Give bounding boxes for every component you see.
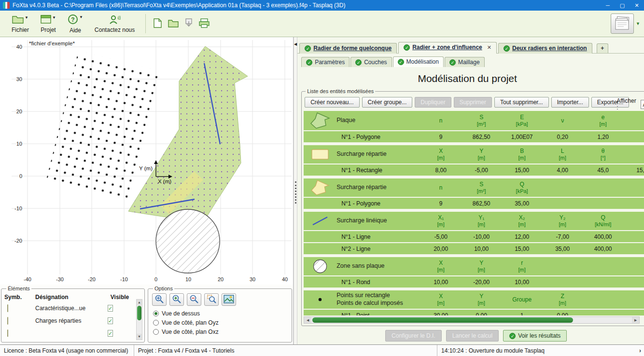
toolbar-separator — [145, 14, 146, 33]
column-header: Y₁[m] — [461, 214, 502, 228]
open-file-button[interactable] — [165, 17, 182, 31]
action-button[interactable]: Créer nouveau... — [305, 97, 359, 108]
zone-sans-plaque-shape[interactable] — [154, 208, 222, 275]
svg-text:0: 0 — [19, 173, 22, 179]
row-label: N°2 - Ligne — [336, 246, 420, 252]
elements-scrollbar[interactable]: ▲ ▼ — [136, 299, 142, 340]
view-side-oxz-radio[interactable]: Vue de côté, plan Oxz — [151, 327, 289, 336]
row-value: 12,00 — [502, 233, 542, 240]
svg-text:-30: -30 — [56, 276, 64, 282]
help-icon: ? — [68, 14, 78, 26]
tab-radier-forme-quelconque[interactable]: ✓ Radier de forme quelconque — [299, 43, 397, 54]
tab-parametres[interactable]: ✓ Paramètres — [301, 57, 350, 67]
row-value: 0,00 — [542, 312, 583, 316]
configurer-di-button[interactable]: Configurer le D.I. — [385, 330, 442, 342]
row-value: 0,00 — [461, 312, 502, 316]
tab-radier-zone-influence[interactable]: ✓ Radier + zone d'influence ✕ — [398, 42, 497, 54]
chevron-down-icon[interactable]: ▼ — [636, 21, 640, 26]
list-item[interactable]: Charges réparties ✓ — [4, 315, 141, 327]
row-value: 15,00 — [502, 246, 542, 252]
check-icon: ✓ — [398, 59, 404, 65]
plot-canvas[interactable]: Y (m) X (m) *fichier d'exemple* 40 30 20… — [0, 37, 294, 285]
action-button[interactable]: Tout supprimer... — [494, 97, 549, 108]
zoom-window-button[interactable] — [204, 293, 219, 306]
tab-modelisation[interactable]: ✓ Modélisation — [393, 56, 444, 67]
column-header: X₂[m] — [502, 214, 542, 228]
row-value: 1,20 — [583, 134, 623, 140]
tab-deux-radiers-interaction[interactable]: ✓ Deux radiers en interaction — [498, 43, 592, 54]
action-button[interactable]: Dupliquer — [415, 97, 451, 108]
visible-checkbox[interactable]: ✓ — [108, 317, 113, 324]
close-icon[interactable]: ✕ — [630, 0, 644, 11]
svg-text:-20: -20 — [14, 238, 22, 244]
contactez-nous-button[interactable]: @ Contactez nous — [89, 14, 140, 34]
action-button[interactable]: Importer... — [551, 97, 589, 108]
zoom-fit-button[interactable] — [152, 293, 167, 306]
new-document-button[interactable] — [151, 16, 165, 31]
zone-sans-plaque-icon — [304, 259, 336, 274]
minimize-icon[interactable]: ─ — [601, 0, 615, 11]
import-button[interactable] — [182, 16, 196, 31]
row-value: 15,00 — [623, 167, 644, 174]
collapse-arrow-icon[interactable]: ◀ — [294, 42, 297, 46]
row-value: 400,00 — [583, 233, 623, 240]
row-value: 1 — [502, 312, 542, 316]
entity-row[interactable]: N°1 - Rond10,00-20,0010,00 — [304, 275, 644, 288]
scroll-up-icon[interactable]: ▲ — [137, 300, 142, 305]
scroll-right-icon[interactable]: ▶ — [632, 317, 639, 323]
aide-menu-button[interactable]: ?▼ Aide — [62, 13, 89, 35]
column-header: X[m] — [420, 148, 461, 161]
results-button[interactable] — [611, 14, 634, 34]
entity-row[interactable]: N°1 - Ligne-5,00-10,0012,00-7,00400,00 — [304, 230, 644, 242]
row-value: 10,00 — [420, 279, 461, 286]
column-header: E[kPa] — [502, 114, 542, 127]
snapshot-button[interactable] — [222, 293, 236, 306]
column-header: e[m] — [583, 114, 623, 127]
tab-maillage[interactable]: ✓ Maillage — [445, 57, 485, 67]
svg-text:-10: -10 — [120, 276, 128, 282]
entities-hscrollbar[interactable]: ◀ ▶ — [304, 316, 640, 324]
entity-row[interactable]: N°1 - Polygone9862,5035,00 — [304, 197, 644, 209]
footer-buttons: Configurer le D.I. Lancer le calcul ✓Voi… — [297, 330, 637, 342]
zoom-out-button[interactable] — [187, 293, 201, 306]
column-header: n — [420, 184, 461, 191]
visible-checkbox[interactable]: ✓ — [108, 330, 113, 337]
voir-resultats-button[interactable]: ✓Voir les résultats — [503, 330, 567, 342]
maximize-icon[interactable]: ▢ — [615, 0, 630, 11]
list-item[interactable]: ✓ — [4, 327, 141, 337]
lancer-calcul-button[interactable]: Lancer le calcul — [446, 330, 499, 342]
status-expand-icon[interactable]: › — [636, 347, 644, 354]
splitter-grip-icon[interactable] — [295, 181, 296, 204]
list-item[interactable]: Caractéristique...ue ✓ — [4, 302, 141, 315]
action-button[interactable]: Supprimer — [454, 97, 492, 108]
entity-block: Surcharge répartienS[m²]Q[kPa]N°1 - Poly… — [304, 178, 644, 209]
entity-row[interactable]: N°2 - Ligne20,0010,0015,0035,00400,00 — [304, 242, 644, 254]
action-button[interactable]: Créer groupe... — [362, 97, 413, 108]
column-header: Y[m] — [461, 260, 502, 273]
panel-splitter[interactable]: ◀ — [294, 37, 297, 344]
radio-icon — [153, 329, 159, 335]
scroll-thumb[interactable] — [312, 317, 573, 323]
close-tab-icon[interactable]: ✕ — [487, 44, 491, 51]
scroll-left-icon[interactable]: ◀ — [304, 317, 311, 323]
scroll-down-icon[interactable]: ▼ — [137, 334, 142, 340]
view-side-oyz-radio[interactable]: Vue de côté, plan Oyz — [151, 318, 289, 327]
entities-groupbox: Liste des entités modélisées Créer nouve… — [301, 88, 644, 326]
visible-checkbox[interactable]: ✓ — [108, 305, 113, 312]
entity-name: Surcharge linéique — [336, 217, 420, 225]
entity-row[interactable]: N°1 - Point30,000,0010,00 — [304, 309, 644, 315]
projet-menu-button[interactable]: ▼ Projet — [35, 14, 62, 34]
zoom-in-button[interactable] — [169, 293, 184, 306]
tab-couches[interactable]: ✓ Couches — [350, 57, 392, 67]
display-select[interactable]: A — [641, 100, 644, 109]
legend-swatch — [7, 317, 8, 325]
new-tab-button[interactable]: + — [597, 43, 608, 53]
fichier-menu-button[interactable]: ▼ Fichier — [6, 14, 35, 34]
print-button[interactable] — [196, 16, 212, 31]
row-value: 10,00 — [461, 246, 502, 252]
entity-block: PlaquenS[m²]E[kPa]νe[m]N°1 - Polygone986… — [304, 111, 644, 142]
view-top-radio[interactable]: Vue de dessus — [151, 309, 289, 318]
scroll-thumb[interactable] — [137, 306, 141, 320]
entity-row[interactable]: N°1 - Rectangle8,00-5,0015,004,0045,015,… — [304, 164, 644, 176]
entity-row[interactable]: N°1 - Polygone9862,501,00E070,201,20 — [304, 130, 644, 142]
